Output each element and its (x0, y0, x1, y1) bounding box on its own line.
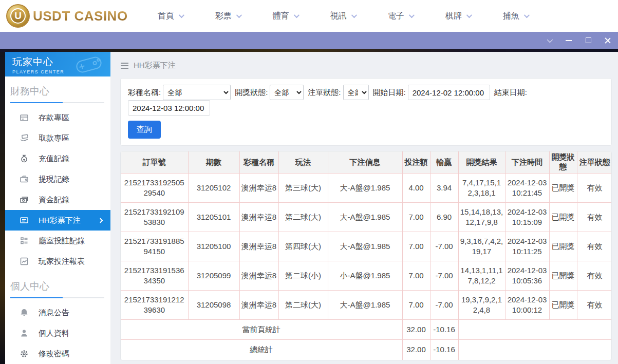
header-play-type: 玩法 (278, 151, 328, 174)
breadcrumb: HH彩票下注 (110, 52, 618, 77)
cell-lottery-name: 澳洲幸运8 (239, 261, 278, 291)
nav-item-home[interactable]: 首頁 (158, 6, 183, 27)
sidebar-item-profile[interactable]: 個人資料 (5, 323, 110, 343)
end-date-input[interactable] (128, 100, 210, 116)
chevron-right-icon (98, 218, 103, 223)
cell-order-status: 有效 (577, 203, 612, 232)
chevron-down-icon (466, 12, 472, 18)
window-dropdown-button[interactable] (545, 36, 553, 45)
close-icon (605, 37, 611, 44)
chevron-down-icon (236, 12, 241, 18)
grand-summary-row: 總統計 32.00 -10.16 (121, 340, 612, 360)
withdraw-icon (20, 133, 29, 143)
sidebar-item-fund-records[interactable]: 資金記錄 (5, 189, 110, 210)
cell-lottery-name: 澳洲幸运8 (239, 174, 278, 203)
nav-item-boardgames[interactable]: 棋牌 (445, 6, 471, 27)
header-period: 期數 (188, 151, 239, 174)
table-row: 2152173319121239630 31205098 澳洲幸运8 第二球(大… (121, 291, 612, 320)
cell-bet-amount: 7.00 (402, 261, 430, 291)
cell-draw-status: 已開獎 (549, 291, 577, 320)
cell-order-status: 有效 (577, 174, 612, 203)
cell-period: 31205098 (188, 291, 239, 320)
lottery-name-label: 彩種名稱: (128, 88, 161, 98)
cell-bet-info: 大-A盤@1.985 (328, 174, 402, 203)
window-close-button[interactable] (604, 36, 612, 45)
header-bet-amount: 投注額 (402, 151, 430, 174)
table-header-row: 訂單號 期數 彩種名稱 玩法 下注信息 投注額 輸贏 開獎結果 下注時間 開獎狀… (121, 151, 612, 174)
header-lottery-name: 彩種名稱 (239, 151, 278, 174)
nav-item-electronic[interactable]: 電子 (388, 6, 413, 27)
section-divider (10, 102, 104, 103)
search-button[interactable]: 查詢 (128, 121, 161, 139)
window-titlebar (0, 32, 618, 49)
window-maximize-button[interactable] (584, 36, 592, 45)
banknotes-icon (20, 195, 29, 204)
sidebar-item-withdraw[interactable]: 取款專區 (5, 128, 110, 148)
header-bet-time: 下注時間 (505, 151, 549, 174)
cell-play-type: 第二球(小) (278, 261, 328, 291)
chevron-down-icon (351, 12, 357, 18)
cell-draw-status: 已開獎 (549, 232, 577, 261)
cell-draw-status: 已開獎 (549, 174, 577, 203)
chevron-down-icon (408, 12, 414, 18)
cell-bet-info: 大-A盤@1.985 (328, 203, 402, 232)
cell-order-no: 2152173319188594150 (121, 232, 188, 261)
sidebar-item-player-bet-report[interactable]: 玩家投注報表 (5, 251, 110, 272)
cell-order-status: 有效 (577, 232, 612, 261)
cell-bet-amount: 7.00 (402, 232, 430, 261)
header-bet-info: 下注信息 (328, 151, 402, 174)
order-status-label: 注單狀態: (308, 88, 341, 98)
lottery-name-select[interactable]: 全部 (163, 85, 231, 100)
nav-item-video[interactable]: 視訊 (330, 6, 355, 27)
person-icon (20, 329, 29, 338)
cell-period: 31205102 (188, 174, 239, 203)
cell-order-status: 有效 (577, 291, 612, 320)
window-minimize-button[interactable] (565, 36, 573, 45)
filter-panel: 彩種名稱: 全部 開獎狀態: 全部 注單狀態: 全部 開始日期: 結束日期: 查… (120, 78, 612, 146)
sidebar-item-announcements[interactable]: 消息公告 (5, 302, 110, 323)
cell-period: 31205101 (188, 203, 239, 232)
sidebar-item-recharge-records[interactable]: 充值記錄 (5, 148, 110, 169)
summary-label: 總統計 (121, 340, 402, 360)
cell-draw-status: 已開獎 (549, 203, 577, 232)
cell-order-no: 2152173319250529540 (121, 174, 188, 203)
table-row: 2152173319153634350 31205099 澳洲幸运8 第二球(小… (121, 261, 612, 291)
cell-draw-result: 9,3,16,7,4,2,19,17 (458, 232, 505, 261)
cell-draw-result: 7,4,17,15,12,3,18,1 (458, 174, 505, 203)
cell-bet-info: 小-A盤@1.985 (328, 261, 402, 291)
table-row: 2152173319188594150 31205100 澳洲幸运8 第四球(大… (121, 232, 612, 261)
maximize-icon (586, 37, 591, 43)
cell-bet-time: 2024-12-03 10:15:09 (505, 203, 549, 232)
cell-lottery-name: 澳洲幸运8 (239, 291, 278, 320)
nav-item-fishing[interactable]: 捕魚 (503, 6, 528, 27)
order-status-select[interactable]: 全部 (343, 85, 369, 100)
sidebar-item-cashout-records[interactable]: 提現記錄 (5, 169, 110, 189)
cell-win-loss: 3.94 (430, 174, 458, 203)
nav-item-lottery[interactable]: 彩票 (215, 6, 240, 27)
cell-win-loss: -7.00 (430, 232, 458, 261)
sidebar-item-change-password[interactable]: 修改密碼 (5, 343, 110, 364)
end-date-label: 結束日期: (494, 88, 527, 98)
cell-win-loss: 6.90 (430, 203, 458, 232)
sidebar-item-deposit[interactable]: 存款專區 (5, 107, 110, 128)
cell-bet-amount: 7.00 (402, 291, 430, 320)
menu-toggle-icon[interactable] (121, 63, 128, 69)
table-row: 2152173319210953830 31205101 澳洲幸运8 第二球(大… (121, 203, 612, 232)
cell-win-loss: -7.00 (430, 261, 458, 291)
sidebar-item-hall-bet-records[interactable]: 廳室投註記錄 (5, 231, 110, 251)
chevron-down-icon (293, 12, 299, 18)
summary-bet-total: 32.00 (402, 320, 430, 340)
draw-status-select[interactable]: 全部 (270, 85, 304, 100)
summary-bet-total: 32.00 (402, 340, 430, 360)
cell-lottery-name: 澳洲幸运8 (239, 203, 278, 232)
page-title: HH彩票下注 (134, 61, 176, 70)
logo-text: USDT CASINO (33, 8, 128, 24)
main-nav: 首頁 彩票 體育 視訊 電子 棋牌 捕魚 (158, 6, 560, 27)
main-content: HH彩票下注 彩種名稱: 全部 開獎狀態: 全部 注單狀態: 全部 開始日期: … (110, 52, 618, 364)
cell-bet-time: 2024-12-03 10:05:36 (505, 261, 549, 291)
start-date-input[interactable] (408, 85, 490, 100)
report-chart-icon (20, 257, 29, 266)
sidebar-item-hh-lottery-bets[interactable]: HH彩票下注 (5, 210, 110, 231)
nav-item-sports[interactable]: 體育 (273, 6, 298, 27)
logo[interactable]: U USDT CASINO (6, 4, 128, 28)
